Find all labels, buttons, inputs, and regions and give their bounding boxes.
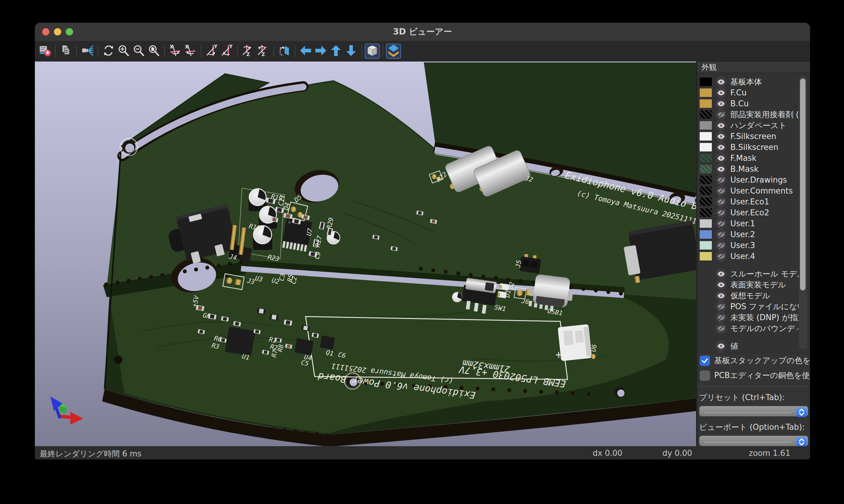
titlebar[interactable]: 3D ビューアー [35,23,810,41]
rotate-x-clockwise-button[interactable]: X [168,43,183,59]
scrollbar[interactable] [798,76,808,349]
eye-hidden-icon[interactable] [716,175,726,185]
viewport-dropdown[interactable] [699,435,808,446]
copy-image-button[interactable] [58,43,74,59]
rotate-z-counterclockwise-button[interactable]: Z [256,43,271,59]
reload-board-button[interactable] [37,43,52,59]
flip-board-button[interactable] [277,43,292,59]
eye-hidden-icon[interactable] [716,207,726,218]
layer-row[interactable]: F.Silkscreen [697,131,810,142]
checkbox-checked[interactable] [700,356,710,366]
zoom-in-button[interactable] [116,43,131,59]
eye-visible-icon[interactable] [716,120,726,131]
layer-color-swatch[interactable] [700,197,712,206]
layer-row[interactable]: User.Drawings [697,175,810,185]
layer-row[interactable]: User.1 [697,218,810,229]
eye-hidden-icon[interactable] [716,185,726,196]
layer-row[interactable]: F.Cu [697,87,810,98]
layer-color-swatch[interactable] [700,252,712,260]
layer-color-swatch[interactable] [700,110,712,119]
zoom-out-button[interactable] [131,43,147,59]
layer-row[interactable]: User.Eco2 [697,207,810,218]
eye-hidden-icon[interactable] [716,196,726,207]
rotate-x-counterclockwise-button[interactable]: X [183,43,198,59]
layer-row[interactable]: 基板本体 [697,76,810,87]
layer-row[interactable]: 表面実装モデル [697,279,810,290]
chevron-updown-icon[interactable] [796,408,807,417]
checkbox-unchecked[interactable] [700,371,710,381]
minimize-button[interactable] [54,28,61,35]
eye-visible-icon[interactable] [716,268,726,279]
layer-color-swatch[interactable] [700,100,712,108]
eye-visible-icon[interactable] [716,98,726,109]
layer-row[interactable]: User.Comments [697,185,810,196]
layer-color-swatch[interactable] [700,88,712,97]
scrollbar-thumb[interactable] [800,78,806,290]
layer-row[interactable]: ハンダペースト [697,120,810,131]
layer-row[interactable]: B.Mask [697,164,810,175]
orthographic-projection-button[interactable] [365,43,380,59]
layer-row[interactable]: 部品実装用接着剤 (Adh [697,109,810,120]
layer-color-swatch[interactable] [700,154,712,162]
layer-row[interactable]: 未実装 (DNP) が指定され [697,312,810,323]
eye-visible-icon[interactable] [716,340,726,352]
3d-viewport[interactable]: Exidiophone v6.0 Audio Board (c) Tomoya … [35,61,696,446]
pcb-3d-scene: Exidiophone v6.0 Audio Board (c) Tomoya … [35,61,696,447]
eye-visible-icon[interactable] [716,131,726,142]
redraw-button[interactable] [101,43,116,59]
move-left-button[interactable] [298,43,313,59]
layer-color-swatch[interactable] [700,186,712,195]
layer-color-swatch[interactable] [700,121,712,130]
layer-color-swatch[interactable] [700,219,712,228]
rotate-z-clockwise-button[interactable]: Z [240,43,256,59]
layer-row[interactable]: User.Eco1 [697,196,810,207]
layer-row[interactable]: スルーホール モデル [697,268,810,279]
eye-hidden-icon[interactable] [716,251,726,262]
eye-hidden-icon[interactable] [716,109,726,120]
eye-hidden-icon[interactable] [716,229,726,240]
close-button[interactable] [42,28,49,35]
eye-hidden-icon[interactable] [716,240,726,251]
layer-row[interactable]: モデルのバウンディング [697,323,810,334]
eye-hidden-icon[interactable] [716,323,726,334]
eye-visible-icon[interactable] [716,152,726,164]
layer-label: ハンダペースト [730,120,787,131]
move-right-button[interactable] [313,43,328,59]
layer-row[interactable]: B.Silkscreen [697,142,810,152]
layer-color-swatch[interactable] [700,132,712,141]
render-current-view-button[interactable] [80,43,95,59]
eye-hidden-icon[interactable] [716,312,726,323]
layer-row[interactable]: POS ファイルにないモデ [697,301,810,312]
preset-dropdown[interactable] [699,406,808,416]
eye-visible-icon[interactable] [716,164,726,175]
eye-visible-icon[interactable] [716,142,726,152]
layer-color-swatch[interactable] [700,77,712,86]
zoom-window-button[interactable] [66,28,73,35]
eye-hidden-icon[interactable] [716,218,726,229]
rotate-y-counterclockwise-button[interactable]: Y [219,43,234,59]
layer-color-swatch[interactable] [700,165,712,173]
zoom-to-fit-button[interactable] [147,43,161,59]
layer-row[interactable]: F.Mask [697,152,810,164]
layer-row[interactable]: 仮想モデル [697,290,810,301]
layer-color-swatch[interactable] [700,209,712,217]
layer-row[interactable]: User.4 [697,251,810,262]
layer-row[interactable]: 値 [697,340,810,352]
layer-row[interactable]: User.2 [697,229,810,240]
move-down-button[interactable] [344,43,359,59]
chevron-updown-icon[interactable] [796,437,807,447]
eye-visible-icon[interactable] [716,279,726,290]
layer-color-swatch[interactable] [700,176,712,184]
layer-row[interactable]: B.Cu [697,98,810,109]
appearance-panel-toggle-button[interactable] [386,43,401,59]
eye-hidden-icon[interactable] [716,301,726,312]
move-up-button[interactable] [328,43,344,59]
eye-visible-icon[interactable] [716,76,726,87]
rotate-y-clockwise-button[interactable]: Y [204,43,219,59]
layer-row[interactable]: User.3 [697,240,810,251]
layer-color-swatch[interactable] [700,241,712,250]
layer-color-swatch[interactable] [700,230,712,239]
eye-visible-icon[interactable] [716,290,726,301]
eye-visible-icon[interactable] [716,87,726,98]
layer-color-swatch[interactable] [700,143,712,151]
